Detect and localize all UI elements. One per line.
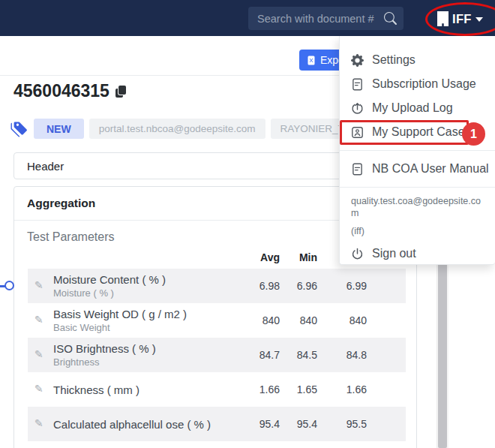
file-text-icon <box>351 163 364 176</box>
gear-icon <box>351 54 364 67</box>
menu-item-sign-out[interactable]: Sign out <box>340 242 495 266</box>
value-min: 95.4 <box>284 418 317 430</box>
value-min: 840 <box>284 314 317 326</box>
status-badge: NEW <box>34 119 84 139</box>
value-min: 84.5 <box>284 349 317 361</box>
value-min: 6.96 <box>284 280 317 292</box>
account-suffix: (iff) <box>351 225 484 237</box>
edit-icon[interactable]: ✎ <box>34 280 46 292</box>
value-avg: 6.98 <box>247 280 280 292</box>
value-avg: 84.7 <box>247 349 280 361</box>
value-avg: 840 <box>247 314 280 326</box>
table-row: ✎ Thickness ( mm ) 1.66 1.65 1.66 <box>28 372 406 407</box>
column-header-avg: Avg <box>247 251 280 263</box>
menu-item-label: Settings <box>372 53 416 67</box>
tags-icon <box>10 121 28 137</box>
excel-file-icon <box>307 55 316 66</box>
menu-item-label: My Upload Log <box>372 101 453 115</box>
value-col3: 6.99 <box>334 280 367 292</box>
edit-icon[interactable]: ✎ <box>34 383 46 395</box>
upload-icon <box>351 102 364 115</box>
value-min: 1.65 <box>284 383 317 395</box>
menu-item-user-manual[interactable]: NB COA User Manual <box>340 157 495 181</box>
file-text-icon <box>351 78 364 91</box>
copy-icon[interactable] <box>116 85 128 98</box>
search-input[interactable] <box>248 7 404 30</box>
menu-divider <box>340 187 495 188</box>
value-col3: 840 <box>334 314 367 326</box>
portal-badge: portal.test.nbcoa@godeepsite.com <box>89 119 266 139</box>
annotation-step-badge: 1 <box>462 122 485 146</box>
value-col3: 84.8 <box>334 349 367 361</box>
table-row: ✎ ISO Brightness ( % ) Brightness 84.7 8… <box>28 338 406 372</box>
table-row: ✎ Basis Weight OD ( g / m2 ) Basic Weigh… <box>28 303 406 338</box>
annotation-rectangle <box>340 120 469 145</box>
document-id: 4560046315 <box>14 81 110 101</box>
tags-row: NEW portal.test.nbcoa@godeepsite.com RAY… <box>10 119 386 139</box>
menu-item-my-upload-log[interactable]: My Upload Log <box>340 96 495 120</box>
power-icon <box>351 248 364 260</box>
page-title: 4560046315 <box>14 81 128 101</box>
top-navbar: IFF <box>0 0 495 36</box>
test-parameters-table: ✎ Moisture Content ( % ) Moisture ( % ) … <box>28 269 406 441</box>
menu-divider <box>340 150 495 151</box>
left-marker-handle[interactable] <box>4 281 14 290</box>
aggregation-section-label: Aggregation <box>27 197 95 210</box>
edit-icon[interactable]: ✎ <box>34 349 46 361</box>
account-email: quality.test.coa@godeepsite.com <box>351 195 484 219</box>
edit-icon[interactable]: ✎ <box>34 314 46 326</box>
header-section-label: Header <box>27 160 64 173</box>
menu-item-label: Sign out <box>372 247 416 260</box>
app-window: IFF Expo 4560046315 NEW portal.test.nbco… <box>0 0 495 448</box>
table-row: ✎ Calculated alphacellul ose ( % ) 95.4 … <box>28 407 406 441</box>
search-icon[interactable] <box>384 12 397 25</box>
table-title: Test Parameters <box>27 230 114 244</box>
menu-item-settings[interactable]: Settings <box>340 48 495 72</box>
value-avg: 1.66 <box>247 383 280 395</box>
menu-item-label: Subscription Usage <box>372 77 476 91</box>
user-dropdown-menu: Settings Subscription Usage My Upload Lo… <box>339 36 495 265</box>
value-avg: 95.4 <box>247 418 280 430</box>
menu-item-subscription-usage[interactable]: Subscription Usage <box>340 72 495 96</box>
column-header-min: Min <box>284 251 317 263</box>
value-col3: 95.5 <box>334 418 367 430</box>
value-col3: 1.66 <box>334 383 367 395</box>
menu-item-label: NB COA User Manual <box>372 162 489 176</box>
table-row: ✎ Moisture Content ( % ) Moisture ( % ) … <box>28 269 406 303</box>
edit-icon[interactable]: ✎ <box>34 418 46 430</box>
scrollbar-thumb[interactable] <box>438 254 447 448</box>
